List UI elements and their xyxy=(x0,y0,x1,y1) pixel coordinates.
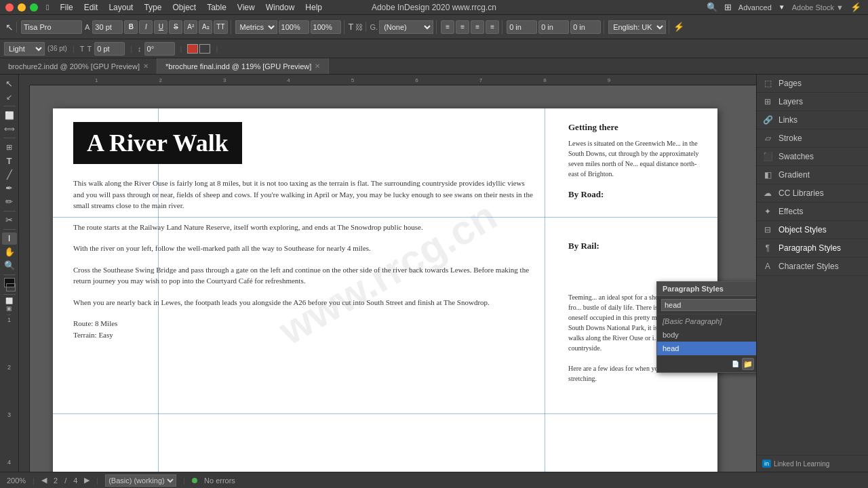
menu-help[interactable]: Help xyxy=(300,0,328,15)
lightning-icon: ⚡ xyxy=(850,2,861,12)
tab-brochure2[interactable]: brochure2.indd @ 200% [GPU Preview] ✕ xyxy=(0,58,157,74)
zoom-tool[interactable]: 🔍 xyxy=(2,260,17,272)
tab-label-1: brochure2.indd @ 200% [GPU Preview] xyxy=(8,62,140,70)
divider-6 xyxy=(3,294,16,295)
font-size-label: A xyxy=(85,23,90,31)
lightning-btn[interactable]: ⚡ xyxy=(673,22,684,32)
italic-btn[interactable]: I xyxy=(139,20,153,34)
panel-links[interactable]: 🔗 Links xyxy=(757,111,868,129)
select-tool[interactable]: ↖ xyxy=(2,77,17,89)
justify-btn[interactable]: ≡ xyxy=(486,20,499,34)
menu-file[interactable]: File xyxy=(54,0,78,15)
panel-title: Paragraph Styles xyxy=(663,285,724,293)
indent-input[interactable] xyxy=(507,20,537,34)
paragraph-style-body[interactable]: body xyxy=(657,328,756,342)
mode-select[interactable]: (Basic) (working) xyxy=(105,474,176,487)
panel-paragraph-styles[interactable]: ¶ Paragraph Styles xyxy=(757,239,868,258)
type-tool[interactable]: T xyxy=(2,155,17,167)
tb2-icon1: T xyxy=(80,45,85,53)
kerning-group: Metrics Optical xyxy=(233,20,344,34)
highlight-swatch[interactable] xyxy=(199,44,210,54)
underline-btn[interactable]: U xyxy=(154,20,167,34)
preview-view[interactable]: ▣ xyxy=(5,305,13,313)
panel-effects[interactable]: ✦ Effects xyxy=(757,203,868,221)
superscript-btn[interactable]: A² xyxy=(184,20,197,34)
tab-brochure-final[interactable]: *brochure final.indd @ 119% [GPU Preview… xyxy=(157,58,329,74)
panel-object-styles[interactable]: ⊟ Object Styles xyxy=(757,221,868,239)
text-color-swatch[interactable] xyxy=(187,44,198,54)
pencil-tool[interactable]: ✏ xyxy=(2,196,17,208)
tab-label-2: *brochure final.indd @ 119% [GPU Preview… xyxy=(165,62,311,70)
menu-window[interactable]: Window xyxy=(260,0,300,15)
menu-table[interactable]: Table xyxy=(201,0,232,15)
menu-apple[interactable]:  xyxy=(41,0,54,15)
minimize-button[interactable] xyxy=(18,3,26,12)
prev-page-btn[interactable]: ◀ xyxy=(41,476,47,485)
panel-folder-btn[interactable]: 📁 xyxy=(742,358,754,370)
adobe-search[interactable]: Adobe Stock ▼ xyxy=(792,3,844,12)
align-center-btn[interactable]: ≡ xyxy=(456,20,469,34)
menu-type[interactable]: Type xyxy=(138,0,167,15)
pen-tool[interactable]: ✒ xyxy=(2,182,17,195)
bold-btn[interactable]: B xyxy=(124,20,138,34)
allcaps-btn[interactable]: TT xyxy=(214,20,227,34)
strikethrough-btn[interactable]: S xyxy=(169,20,182,34)
font-family-input[interactable] xyxy=(21,20,82,34)
tab-close-2[interactable]: ✕ xyxy=(315,62,320,70)
panel-layers[interactable]: ⊞ Layers xyxy=(757,93,868,111)
align-right-btn[interactable]: ≡ xyxy=(471,20,484,34)
status-indicator xyxy=(192,478,197,483)
stroke-swatch[interactable] xyxy=(6,283,16,291)
frame-group: T ⛓ xyxy=(346,22,366,32)
tracking-input[interactable] xyxy=(279,20,309,34)
style-label-body: body xyxy=(663,331,679,339)
menu-object[interactable]: Object xyxy=(167,0,201,15)
direct-select-tool[interactable]: ↙ xyxy=(2,91,17,103)
align-label: G. xyxy=(370,23,378,31)
gap-tool[interactable]: ⟺ xyxy=(2,123,17,135)
paragraph-styles-search[interactable] xyxy=(661,299,756,311)
panel-stroke[interactable]: ▱ Stroke xyxy=(757,129,868,148)
scissors-tool[interactable]: ✂ xyxy=(2,214,17,226)
kerning-select[interactable]: Metrics Optical xyxy=(235,20,277,34)
menu-layout[interactable]: Layout xyxy=(103,0,138,15)
font-size-input[interactable] xyxy=(92,20,123,34)
tab-close-1[interactable]: ✕ xyxy=(143,62,149,70)
align-select[interactable]: (None) xyxy=(379,20,433,34)
normal-view[interactable]: ⬜ xyxy=(5,298,13,306)
offset-input[interactable] xyxy=(94,42,125,56)
paragraph-style-basic[interactable]: [Basic Paragraph] xyxy=(657,314,756,328)
align-left-btn[interactable]: ≡ xyxy=(441,20,454,34)
close-button[interactable] xyxy=(5,3,14,12)
menu-view[interactable]: View xyxy=(232,0,260,15)
panel-gradient[interactable]: ◧ Gradient xyxy=(757,166,868,184)
selection-icon: ↖ xyxy=(5,22,14,33)
search-icon[interactable]: 🔍 xyxy=(707,2,717,12)
angle-input[interactable] xyxy=(144,42,175,56)
advanced-label[interactable]: Advanced xyxy=(738,3,772,12)
stroke-icon: ▱ xyxy=(762,133,773,144)
panel-cc-libraries[interactable]: ☁ CC Libraries xyxy=(757,184,868,203)
panel-pages[interactable]: ⬚ Pages xyxy=(757,75,868,93)
frame-tool[interactable]: ⊞ xyxy=(2,141,17,153)
subscript-btn[interactable]: A₂ xyxy=(199,20,212,34)
scale-input[interactable] xyxy=(311,20,341,34)
line-tool[interactable]: ╱ xyxy=(2,168,17,180)
text-cursor-tool[interactable]: I xyxy=(2,232,17,245)
space-before-input[interactable] xyxy=(538,20,569,34)
menu-edit[interactable]: Edit xyxy=(79,0,104,15)
page-tool[interactable]: ⬜ xyxy=(2,109,17,121)
dropdown-icon[interactable]: ▼ xyxy=(778,3,785,11)
maximize-button[interactable] xyxy=(30,3,38,12)
tb2-sep: | xyxy=(73,45,75,53)
hand-tool[interactable]: ✋ xyxy=(2,246,17,258)
panel-swatches[interactable]: ⬛ Swatches xyxy=(757,148,868,166)
canvas-area[interactable]: 1 2 3 4 5 6 7 8 9 www.rrcg.cn xyxy=(19,75,756,472)
language-select[interactable]: English: UK xyxy=(608,20,666,34)
panel-character-styles[interactable]: A Character Styles xyxy=(757,258,868,276)
paragraph-style-head[interactable]: head xyxy=(657,342,756,355)
grid-icon[interactable]: ⊞ xyxy=(724,2,732,12)
next-page-btn[interactable]: ▶ xyxy=(84,476,90,485)
style-select[interactable]: Light xyxy=(4,42,45,56)
space-after-input[interactable] xyxy=(570,20,601,34)
